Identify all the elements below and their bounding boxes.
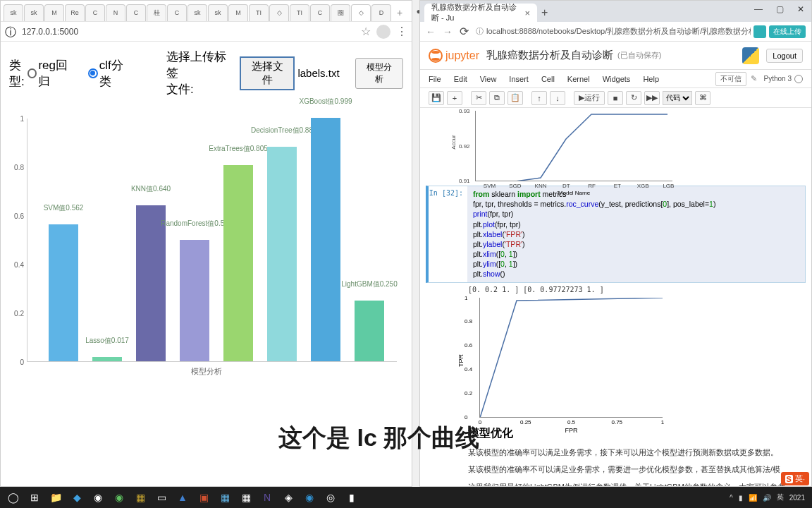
battery-icon[interactable]: ▮ [739, 494, 743, 502]
browser-tab[interactable]: 桂 [147, 4, 166, 21]
browser-tab[interactable]: ◇ [351, 4, 371, 21]
trust-badge[interactable]: 不可信 [715, 72, 746, 86]
add-cell-icon[interactable]: + [447, 91, 462, 105]
menu-kernel[interactable]: Kernel [567, 75, 590, 83]
cut-icon[interactable]: ✂ [471, 91, 486, 105]
menu-help[interactable]: Help [643, 75, 659, 83]
logout-button[interactable]: Logout [766, 49, 803, 63]
app-icon[interactable]: ◎ [320, 488, 341, 507]
edit-icon[interactable]: ✎ [751, 74, 757, 83]
close-icon[interactable]: ✕ [790, 1, 811, 18]
md-heading: 模型优化 [468, 426, 806, 441]
browser-tab[interactable]: sk [208, 4, 228, 21]
app-icon[interactable]: ▦ [130, 488, 151, 507]
url-text[interactable]: 127.0.0.1:5000 [22, 27, 357, 37]
browser-tab[interactable]: C [310, 4, 330, 21]
save-icon[interactable]: 💾 [429, 91, 444, 105]
radio-clf[interactable] [88, 68, 98, 78]
app-icon[interactable]: ▲ [172, 488, 193, 507]
menu-insert[interactable]: Insert [509, 75, 529, 83]
menu-icon[interactable]: ⋮ [396, 25, 407, 38]
ime-indicator[interactable]: 英 [777, 492, 784, 502]
onenote-icon[interactable]: N [257, 488, 278, 507]
choose-file-button[interactable]: 选择文件 [240, 56, 295, 90]
browser-tab[interactable]: C [85, 4, 105, 21]
bar-label: RandomForest值0.50 [161, 219, 228, 229]
clock[interactable]: 2021 [789, 494, 805, 502]
app-icon[interactable]: ▦ [235, 488, 257, 507]
browser-tab[interactable]: C [167, 4, 187, 21]
bar-label: ExtraTrees值0.805 [209, 144, 268, 154]
profile-icon[interactable] [376, 25, 390, 39]
code-cell[interactable]: In [32]: from sklearn import metricsfpr,… [426, 186, 806, 283]
browser-tab[interactable]: M [44, 4, 64, 21]
cell-type-select[interactable]: 代码 [663, 91, 692, 105]
tray-chevron-icon[interactable]: ^ [730, 494, 733, 502]
app-icon[interactable]: ◈ [278, 488, 299, 507]
browser-tab[interactable]: D [371, 4, 391, 21]
url-text[interactable]: localhost:8888/notebooks/Desktop/乳腺癌数据分析… [486, 26, 751, 37]
app-icon[interactable]: ▦ [214, 488, 235, 507]
wifi-icon[interactable]: 📶 [749, 494, 757, 502]
forward-icon[interactable]: → [443, 26, 453, 37]
move-up-icon[interactable]: ↑ [531, 91, 547, 105]
app-icon[interactable]: ▭ [151, 488, 172, 507]
bookmark-icon[interactable]: ☆ [361, 25, 371, 38]
restart-icon[interactable]: ↻ [626, 91, 641, 105]
cloud-icon[interactable] [753, 25, 766, 38]
run-button[interactable]: ▶ 运行 [574, 91, 605, 105]
bar-label: SVM值0.562 [44, 203, 84, 213]
new-tab-button[interactable]: + [541, 6, 548, 22]
paste-icon[interactable]: 📋 [508, 91, 523, 105]
ime-badge[interactable]: S 英 · [781, 472, 809, 485]
info-icon[interactable]: ⓘ [5, 25, 18, 38]
reload-icon[interactable]: ⟳ [460, 25, 469, 38]
app-icon[interactable]: ◆ [66, 488, 87, 507]
browser-tab[interactable]: sk [24, 4, 44, 21]
command-palette-icon[interactable]: ⌘ [695, 91, 710, 105]
menu-cell[interactable]: Cell [541, 75, 555, 83]
chrome-icon[interactable]: ◉ [87, 488, 109, 507]
menu-view[interactable]: View [480, 75, 497, 83]
jupyter-logo[interactable]: jupyter [429, 49, 479, 63]
maximize-icon[interactable]: ▢ [769, 1, 790, 18]
edge-icon[interactable]: ◉ [299, 488, 320, 507]
browser-tab[interactable]: 乳腺癌数据分析及自动诊断 - Ju × [424, 4, 537, 22]
browser-tab[interactable]: TI [249, 4, 269, 21]
upload-badge[interactable]: 在线上传 [769, 25, 806, 38]
tab-close-icon[interactable]: × [524, 8, 530, 18]
menu-widgets[interactable]: Widgets [603, 75, 631, 83]
menu-file[interactable]: File [429, 75, 441, 83]
wechat-icon[interactable]: ◉ [109, 488, 130, 507]
explorer-icon[interactable]: 📁 [45, 488, 66, 507]
browser-tab[interactable]: sk [187, 4, 207, 21]
browser-tab[interactable]: TI [290, 4, 309, 21]
fast-forward-icon[interactable]: ▶▶ [644, 91, 660, 105]
cell-code[interactable]: from sklearn import metricsfpr, tpr, thr… [467, 186, 805, 282]
copy-icon[interactable]: ⧉ [489, 91, 505, 105]
start-icon[interactable]: ◯ [3, 488, 24, 507]
analyze-button[interactable]: 模型分析 [355, 58, 403, 89]
y-tick: 0.2 [14, 310, 24, 318]
back-icon[interactable]: ← [426, 26, 436, 37]
browser-tab[interactable]: 圈 [331, 4, 350, 21]
browser-tab[interactable]: sk [4, 4, 23, 21]
y-tick: 0.92 [459, 143, 470, 149]
radio-reg[interactable] [27, 68, 37, 78]
move-down-icon[interactable]: ↓ [550, 91, 565, 105]
browser-tab[interactable]: N [106, 4, 125, 21]
powerpoint-icon[interactable]: ▣ [193, 488, 214, 507]
new-tab-button[interactable]: + [392, 4, 407, 21]
task-view-icon[interactable]: ⊞ [24, 488, 45, 507]
notebook-title[interactable]: 乳腺癌数据分析及自动诊断 [486, 49, 613, 62]
bar-label: LightGBM值0.250 [341, 279, 398, 289]
browser-tab[interactable]: C [126, 4, 146, 21]
menu-edit[interactable]: Edit [454, 75, 467, 83]
stop-icon[interactable]: ■ [608, 91, 623, 105]
volume-icon[interactable]: 🔊 [763, 494, 771, 502]
minimize-icon[interactable]: — [748, 1, 769, 18]
browser-tab[interactable]: Re [65, 4, 85, 21]
terminal-icon[interactable]: ▮ [341, 488, 362, 507]
browser-tab[interactable]: ◇ [269, 4, 289, 21]
browser-tab[interactable]: M [228, 4, 248, 21]
